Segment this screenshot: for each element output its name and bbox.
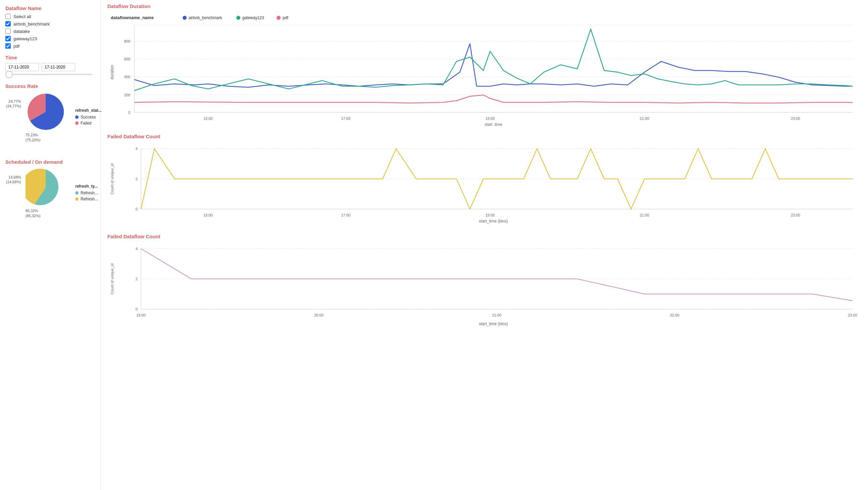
refresh1-label: Refresh... — [81, 191, 98, 195]
success-dot — [75, 116, 79, 119]
svg-text:19:00: 19:00 — [485, 117, 495, 121]
cb-airbnb[interactable]: airbnb_benchmark — [5, 21, 95, 27]
svg-point-4 — [277, 16, 281, 20]
success-label-bottom: 75,23% (75,23%) — [26, 132, 41, 142]
date-from-input[interactable] — [5, 63, 39, 71]
time-title: Time — [5, 55, 95, 60]
cb-datalake[interactable]: datalake — [5, 29, 95, 34]
svg-text:600: 600 — [124, 57, 130, 61]
success-label: Success — [81, 115, 96, 120]
refresh2-label: Refresh... — [81, 197, 98, 202]
svg-text:21:00: 21:00 — [640, 213, 649, 217]
scheduled-legend: refresh_ty... Refresh... Refresh... — [75, 184, 98, 203]
failed-label: Failed — [81, 121, 92, 125]
svg-text:Count of unique_id: Count of unique_id — [110, 264, 114, 294]
svg-text:pdf: pdf — [283, 16, 288, 20]
svg-text:2: 2 — [135, 277, 137, 281]
cb-datalake-label: datalake — [13, 29, 30, 34]
cb-pdf-label: pdf — [13, 43, 20, 49]
svg-text:0: 0 — [128, 111, 130, 115]
failed-count-chart2-svg: 0 2 4 Count of unique_id 19:00 20:00 21:… — [107, 242, 859, 329]
scheduled-label-top: 14,68% (14,68%) — [6, 175, 21, 185]
svg-text:start_time (bins): start_time (bins) — [479, 219, 508, 223]
success-rate-title: Success Rate — [5, 83, 95, 89]
success-legend-failed: Failed — [75, 121, 102, 125]
svg-text:22:00: 22:00 — [670, 313, 679, 317]
svg-point-0 — [183, 16, 187, 20]
svg-text:airbnb_benchmark: airbnb_benchmark — [189, 16, 222, 20]
slider-track — [5, 74, 93, 75]
cb-pdf[interactable]: pdf — [5, 43, 95, 49]
svg-text:duration: duration — [110, 65, 115, 79]
svg-text:19:00: 19:00 — [136, 313, 146, 317]
svg-text:15:00: 15:00 — [204, 117, 213, 121]
cb-gateway-label: gateway123 — [13, 36, 37, 41]
select-all-label: Select all — [13, 14, 31, 19]
svg-text:2: 2 — [135, 177, 137, 181]
duration-chart-block: Dataflow Duration dataflowname_name airb… — [107, 3, 861, 127]
success-rate-pie-container: 24,77% (24,77%) 75,23% (75,23%) — [5, 92, 95, 143]
duration-chart-svg: dataflowname_name airbnb_benchmark gatew… — [107, 12, 859, 126]
scheduled-legend-refresh2: Refresh... — [75, 197, 98, 202]
success-label-top: 24,77% (24,77%) — [6, 99, 21, 109]
failed-count-chart1-svg: 0 2 4 Count of unique_id 15:00 17:00 19:… — [107, 142, 859, 226]
duration-chart-title: Dataflow Duration — [107, 3, 861, 9]
cb-airbnb-input[interactable] — [5, 21, 11, 27]
svg-text:start_time: start_time — [485, 122, 502, 126]
duration-legend-label: dataflowname_name — [111, 15, 154, 20]
svg-text:gateway123: gateway123 — [242, 16, 264, 20]
svg-text:0: 0 — [135, 307, 137, 311]
date-to-input[interactable] — [42, 63, 75, 71]
svg-text:23:00: 23:00 — [848, 313, 857, 317]
dataflow-name-title: Dataflow Name — [5, 5, 95, 11]
scheduled-legend-refresh1: Refresh... — [75, 191, 98, 195]
svg-text:4: 4 — [135, 247, 137, 251]
failed-count-chart1-title: Failed Dataflow Count — [107, 133, 861, 139]
svg-text:23:00: 23:00 — [791, 117, 800, 121]
scheduled-pie-chart — [26, 167, 66, 208]
svg-text:200: 200 — [124, 93, 130, 97]
cb-gateway[interactable]: gateway123 — [5, 36, 95, 41]
slider-thumb[interactable] — [5, 71, 13, 78]
success-pie-chart — [26, 92, 66, 132]
success-legend-title: refresh_stat... — [75, 108, 102, 113]
svg-text:21:00: 21:00 — [640, 117, 649, 121]
scheduled-pie-container: 14,68% (14,68%) 85,32% (85,32%) — [5, 167, 95, 219]
success-legend-success: Success — [75, 115, 102, 120]
scheduled-label-bottom: 85,32% (85,32%) — [26, 208, 41, 218]
svg-text:21:00: 21:00 — [492, 313, 501, 317]
refresh1-dot — [75, 191, 79, 195]
svg-text:0: 0 — [135, 207, 137, 211]
svg-text:start_time (bins): start_time (bins) — [479, 321, 508, 326]
failed-dot — [75, 122, 79, 125]
scheduled-title: Scheduled / On demand — [5, 159, 95, 165]
failed-count-chart2-title: Failed Dataflow Count — [107, 234, 861, 239]
select-all-item[interactable]: Select all — [5, 14, 95, 19]
svg-text:400: 400 — [124, 75, 130, 79]
cb-airbnb-label: airbnb_benchmark — [13, 22, 50, 27]
svg-text:4: 4 — [135, 147, 137, 151]
svg-text:Count of unique_id: Count of unique_id — [110, 163, 114, 194]
svg-text:15:00: 15:00 — [204, 213, 213, 217]
svg-text:19:00: 19:00 — [485, 213, 495, 217]
cb-datalake-input[interactable] — [5, 29, 11, 34]
svg-text:17:00: 17:00 — [341, 117, 350, 121]
failed-count-chart1-block: Failed Dataflow Count 0 2 4 Count of uni… — [107, 133, 861, 227]
svg-text:17:00: 17:00 — [341, 213, 350, 217]
refresh2-dot — [75, 197, 79, 201]
main-content: Dataflow Duration dataflowname_name airb… — [101, 0, 868, 490]
success-legend: refresh_stat... Success Failed — [75, 108, 102, 127]
cb-gateway-input[interactable] — [5, 36, 11, 41]
svg-text:20:00: 20:00 — [314, 313, 323, 317]
svg-text:23:00: 23:00 — [791, 213, 800, 217]
time-slider[interactable] — [5, 74, 95, 75]
svg-point-2 — [236, 16, 240, 20]
cb-pdf-input[interactable] — [5, 43, 11, 49]
svg-text:800: 800 — [124, 39, 130, 43]
failed-count-chart2-block: Failed Dataflow Count 0 2 4 Count of uni… — [107, 234, 861, 330]
scheduled-legend-title: refresh_ty... — [75, 184, 98, 189]
select-all-checkbox[interactable] — [5, 14, 11, 19]
